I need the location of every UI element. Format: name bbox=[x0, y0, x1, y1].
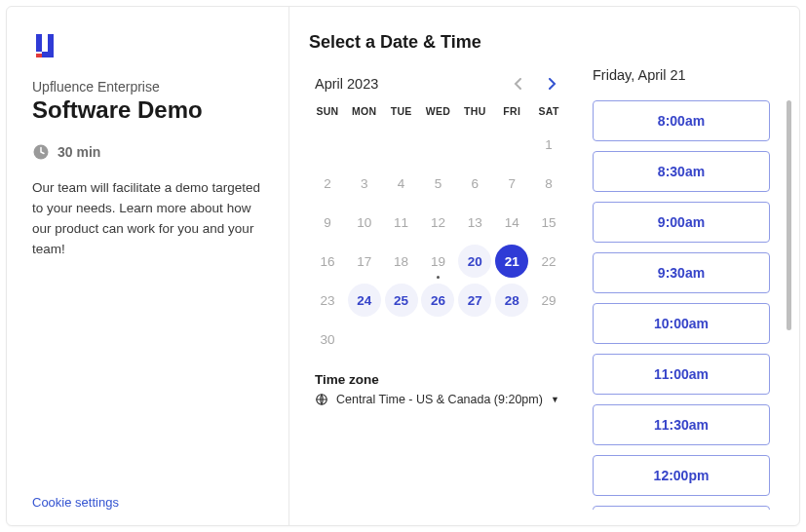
timeslot-button[interactable]: 8:30am bbox=[593, 151, 770, 192]
calendar-day-disabled: 12 bbox=[421, 206, 454, 239]
calendar-cell: 18 bbox=[383, 242, 420, 281]
calendar-cell: 22 bbox=[530, 242, 567, 281]
svg-rect-2 bbox=[36, 54, 42, 57]
calendar-cell bbox=[420, 320, 457, 359]
calendar-day-disabled: 4 bbox=[385, 167, 418, 200]
calendar-day-disabled: 17 bbox=[348, 245, 381, 278]
calendar-day-disabled: 2 bbox=[311, 167, 344, 200]
calendar-cell: 23 bbox=[309, 281, 346, 320]
calendar-cell: 8 bbox=[530, 164, 567, 203]
globe-icon bbox=[315, 393, 328, 406]
prev-month-button[interactable] bbox=[509, 74, 528, 94]
calendar-day-available[interactable]: 26 bbox=[421, 284, 454, 317]
calendar-day-disabled: 30 bbox=[311, 323, 344, 356]
calendar-week-row: 9101112131415 bbox=[309, 203, 567, 242]
calendar-cell: 24 bbox=[346, 281, 383, 320]
event-title: Software Demo bbox=[32, 96, 263, 124]
duration-row: 30 min bbox=[32, 143, 263, 161]
calendar-cell: 15 bbox=[530, 203, 567, 242]
calendar-cell bbox=[420, 125, 457, 164]
calendar-cell: 11 bbox=[383, 203, 420, 242]
calendar-day-available[interactable]: 24 bbox=[348, 284, 381, 317]
calendar-cell: 7 bbox=[493, 164, 530, 203]
calendar-cell bbox=[383, 320, 420, 359]
timezone-label: Time zone bbox=[315, 372, 567, 387]
calendar-day-disabled: 15 bbox=[532, 206, 565, 239]
calendar-cell: 26 bbox=[420, 281, 457, 320]
calendar-day-available[interactable]: 20 bbox=[458, 245, 491, 278]
timeslot-button[interactable]: 9:00am bbox=[593, 202, 770, 243]
calendar-cell: 4 bbox=[383, 164, 420, 203]
calendar-day-disabled: 8 bbox=[532, 167, 565, 200]
calendar-day-disabled: 16 bbox=[311, 245, 344, 278]
svg-rect-0 bbox=[36, 34, 42, 52]
weekday-header: TUE bbox=[383, 105, 420, 125]
timeslot-button[interactable]: 12:00pm bbox=[593, 455, 770, 496]
selected-date-label: Friday, April 21 bbox=[593, 67, 791, 83]
calendar-cell bbox=[493, 320, 530, 359]
calendar-cell: 21 bbox=[493, 242, 530, 281]
timeslot-list: 8:00am8:30am9:00am9:30am10:00am11:00am11… bbox=[593, 100, 791, 510]
calendar-day-available[interactable]: 25 bbox=[385, 284, 418, 317]
calendar-week-row: 23242526272829 bbox=[309, 281, 567, 320]
weekday-header: SAT bbox=[530, 105, 567, 125]
calendar-header: April 2023 bbox=[309, 74, 567, 105]
event-description: Our team will facilitate a demo targeted… bbox=[32, 178, 263, 260]
timeslot-button[interactable]: 11:30am bbox=[593, 404, 770, 445]
caret-down-icon: ▼ bbox=[551, 395, 559, 404]
calendar-cell: 5 bbox=[420, 164, 457, 203]
calendar-week-row: 1 bbox=[309, 125, 567, 164]
calendar-day-disabled: 5 bbox=[421, 167, 454, 200]
weekday-header: MON bbox=[346, 105, 383, 125]
calendar-cell bbox=[383, 125, 420, 164]
calendar-day-disabled: 23 bbox=[311, 284, 344, 317]
calendar-day-disabled: 19 bbox=[421, 245, 454, 278]
calendar-cell: 30 bbox=[309, 320, 346, 359]
calendar-cell: 19 bbox=[420, 242, 457, 281]
calendar-cell: 12 bbox=[420, 203, 457, 242]
calendar-day-disabled: 6 bbox=[458, 167, 491, 200]
timezone-block: Time zone Central Time - US & Canada (9:… bbox=[309, 372, 567, 406]
calendar-week-row: 2345678 bbox=[309, 164, 567, 203]
logo-icon bbox=[32, 32, 59, 59]
next-month-button[interactable] bbox=[542, 74, 561, 94]
timeslot-scrollbar[interactable] bbox=[787, 100, 791, 330]
timezone-select[interactable]: Central Time - US & Canada (9:20pm) ▼ bbox=[315, 393, 567, 406]
calendar-day-selected[interactable]: 21 bbox=[495, 245, 528, 278]
calendar-cell bbox=[456, 320, 493, 359]
calendar-cell bbox=[309, 125, 346, 164]
organization-name: Upfluence Enterprise bbox=[32, 79, 263, 95]
calendar-day-disabled: 14 bbox=[495, 206, 528, 239]
calendar-cell: 9 bbox=[309, 203, 346, 242]
calendar-day-disabled: 7 bbox=[495, 167, 528, 200]
calendar-cell bbox=[530, 320, 567, 359]
timeslot-button[interactable]: 10:00am bbox=[593, 303, 770, 344]
calendar-cell bbox=[346, 320, 383, 359]
calendar-day-disabled: 11 bbox=[385, 206, 418, 239]
calendar-day-disabled: 22 bbox=[532, 245, 565, 278]
weekday-header: THU bbox=[456, 105, 493, 125]
calendar-cell bbox=[346, 125, 383, 164]
calendar-day-available[interactable]: 28 bbox=[495, 284, 528, 317]
calendar-cell: 16 bbox=[309, 242, 346, 281]
timeslot-button[interactable]: 12:30pm bbox=[593, 506, 770, 510]
timeslot-button[interactable]: 11:00am bbox=[593, 354, 770, 395]
calendar-cell: 13 bbox=[456, 203, 493, 242]
calendar-cell: 27 bbox=[456, 281, 493, 320]
calendar-week-row: 16171819202122 bbox=[309, 242, 567, 281]
calendar-cell: 14 bbox=[493, 203, 530, 242]
svg-rect-1 bbox=[48, 34, 54, 52]
weekday-header-row: SUNMONTUEWEDTHUFRISAT bbox=[309, 105, 567, 125]
month-label: April 2023 bbox=[315, 76, 378, 92]
timezone-value: Central Time - US & Canada (9:20pm) bbox=[336, 393, 543, 406]
calendar-day-disabled: 1 bbox=[532, 128, 565, 161]
cookie-settings-link[interactable]: Cookie settings bbox=[32, 495, 263, 510]
timeslot-button[interactable]: 9:30am bbox=[593, 252, 770, 293]
calendar-day-available[interactable]: 27 bbox=[458, 284, 491, 317]
calendar-day-disabled: 3 bbox=[348, 167, 381, 200]
calendar-cell bbox=[456, 125, 493, 164]
timeslot-button[interactable]: 8:00am bbox=[593, 100, 770, 141]
weekday-header: WED bbox=[420, 105, 457, 125]
svg-rect-3 bbox=[42, 52, 54, 57]
calendar-cell: 10 bbox=[346, 203, 383, 242]
